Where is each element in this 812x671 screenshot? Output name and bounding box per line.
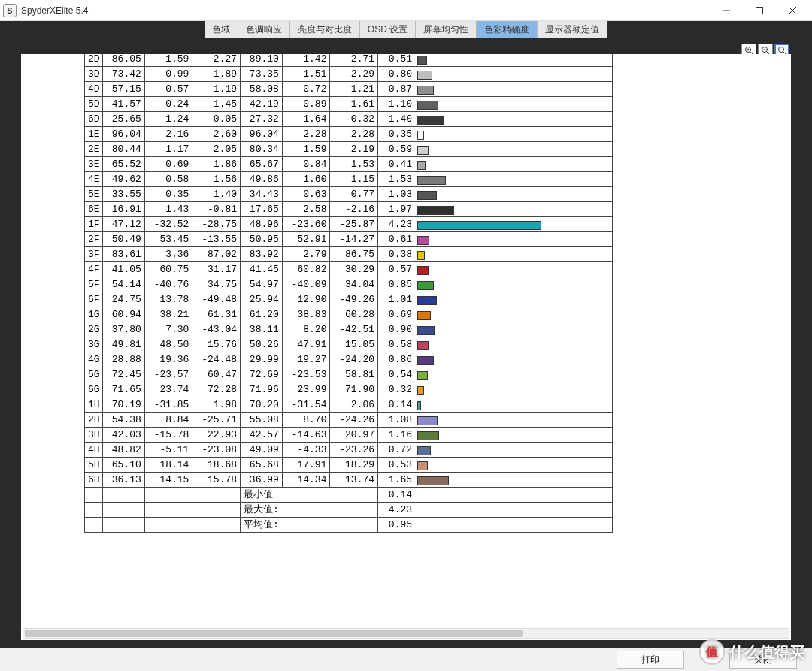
table-row: 5H 65.10 18.14 18.68 65.68 17.91 18.29 0… (85, 458, 613, 473)
summary-row: 最大值: 4.23 (85, 503, 613, 518)
content-frame: 2D 86.05 1.59 2.27 89.10 1.42 2.71 0.513… (0, 39, 812, 655)
table-row: 1G 60.94 38.21 61.31 61.20 38.83 60.28 0… (85, 307, 613, 322)
table-row: 4F 41.05 60.75 31.17 41.45 60.82 30.29 0… (85, 262, 613, 277)
table-row: 3F 83.61 3.36 87.02 83.92 2.79 86.75 0.3… (85, 247, 613, 262)
table-row: 4D 57.15 0.57 1.19 58.08 0.72 1.21 0.87 (85, 82, 613, 97)
table-row: 1E 96.04 2.16 2.60 96.04 2.28 2.28 0.35 (85, 127, 613, 142)
minimize-button[interactable] (710, 0, 743, 21)
table-row: 4E 49.62 0.58 1.56 49.86 1.60 1.15 1.53 (85, 172, 613, 187)
tab-1[interactable]: 色调响应 (238, 21, 290, 38)
table-row: 2E 80.44 1.17 2.05 80.34 1.59 2.19 0.59 (85, 142, 613, 157)
table-row: 6E 16.91 1.43 -0.81 17.65 2.58 -2.16 1.9… (85, 202, 613, 217)
table-row: 6H 36.13 14.15 15.78 36.99 14.34 13.74 1… (85, 473, 613, 488)
table-row: 5F 54.14 -40.76 34.75 54.97 -40.09 34.04… (85, 277, 613, 292)
tab-3[interactable]: OSD 设置 (360, 21, 416, 38)
window-title: SpyderXElite 5.4 (21, 5, 710, 16)
watermark-text: 什么值得买 (729, 642, 804, 663)
svg-rect-1 (756, 7, 763, 14)
report-canvas: 2D 86.05 1.59 2.27 89.10 1.42 2.71 0.513… (21, 54, 791, 640)
table-row: 2G 37.80 7.30 -43.04 38.11 8.20 -42.51 0… (85, 322, 613, 337)
table-row: 5D 41.57 0.24 1.45 42.19 0.89 1.61 1.10 (85, 97, 613, 112)
tab-4[interactable]: 屏幕均匀性 (416, 21, 477, 38)
summary-row: 最小值 0.14 (85, 488, 613, 503)
table-row: 2D 86.05 1.59 2.27 89.10 1.42 2.71 0.51 (85, 54, 613, 67)
summary-row: 平均值: 0.95 (85, 518, 613, 533)
table-row: 3G 49.81 48.50 15.76 50.26 47.91 15.05 0… (85, 337, 613, 352)
tab-5[interactable]: 色彩精确度 (477, 21, 538, 38)
tab-bar: 色域色调响应亮度与对比度OSD 设置屏幕均匀性色彩精确度显示器额定值 (0, 21, 812, 39)
watermark-badge: 值 (699, 639, 725, 665)
footer-bar: 打印 关闭 (0, 648, 812, 671)
table-row: 2H 54.38 8.84 -25.71 55.08 8.70 -24.26 1… (85, 413, 613, 428)
tab-0[interactable]: 色域 (205, 21, 238, 38)
table-row: 6G 71.65 23.74 72.28 71.96 23.99 71.90 0… (85, 382, 613, 397)
watermark: 值 什么值得买 (699, 639, 804, 665)
svg-point-11 (779, 47, 784, 53)
table-row: 1F 47.12 -32.52 -28.75 48.96 -23.60 -25.… (85, 217, 613, 232)
print-button[interactable]: 打印 (617, 651, 684, 669)
table-row: 3D 73.42 0.99 1.89 73.35 1.51 2.29 0.80 (85, 67, 613, 82)
table-row: 6D 25.65 1.24 0.05 27.32 1.64 -0.32 1.40 (85, 112, 613, 127)
table-row: 1H 70.19 -31.85 1.98 70.20 -31.54 2.06 0… (85, 397, 613, 413)
table-row: 5E 33.55 0.35 1.40 34.43 0.63 0.77 1.03 (85, 187, 613, 202)
table-row: 4H 48.82 -5.11 -23.08 49.09 -4.33 -23.26… (85, 443, 613, 458)
tab-6[interactable]: 显示器额定值 (538, 21, 607, 38)
table-row: 3E 65.52 0.69 1.86 65.67 0.84 1.53 0.41 (85, 157, 613, 172)
maximize-button[interactable] (743, 0, 776, 21)
table-row: 4G 28.88 19.36 -24.48 29.99 19.27 -24.20… (85, 352, 613, 367)
table-row: 2F 50.49 53.45 -13.55 50.95 52.91 -14.27… (85, 232, 613, 247)
titlebar: S SpyderXElite 5.4 (0, 0, 812, 21)
table-row: 5G 72.45 -23.57 60.47 72.69 -23.53 58.81… (85, 367, 613, 382)
close-button[interactable] (776, 0, 809, 21)
app-icon: S (3, 4, 17, 17)
table-row: 6F 24.75 13.78 -49.48 25.94 12.90 -49.26… (85, 292, 613, 307)
color-accuracy-table: 2D 86.05 1.59 2.27 89.10 1.42 2.71 0.513… (84, 54, 613, 533)
tab-2[interactable]: 亮度与对比度 (290, 21, 360, 38)
table-row: 3H 42.03 -15.78 22.93 42.57 -14.63 20.97… (85, 428, 613, 443)
horizontal-scrollbar[interactable] (23, 628, 789, 639)
